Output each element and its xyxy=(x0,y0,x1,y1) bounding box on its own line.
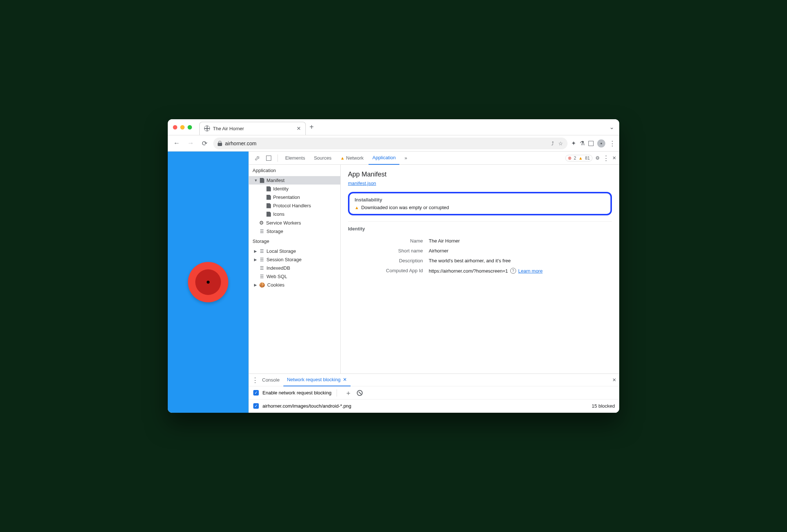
tab-elements[interactable]: Elements xyxy=(282,152,309,165)
manifest-panel: App Manifest manifest.json Installabilit… xyxy=(341,165,619,374)
warning-icon: ▲ xyxy=(579,156,583,161)
sidebar-item-protocol-handlers[interactable]: Protocol Handlers xyxy=(249,201,340,210)
name-label: Name xyxy=(348,238,429,244)
device-toggle-icon[interactable] xyxy=(264,153,274,163)
pattern-enabled-checkbox[interactable]: ✓ xyxy=(253,403,259,409)
tab-close-icon[interactable]: ✕ xyxy=(297,125,301,131)
sidebar-item-indexeddb[interactable]: IndexedDB xyxy=(249,264,340,272)
drawer-tab-network-blocking[interactable]: Network request blocking ✕ xyxy=(283,374,351,386)
window-maximize[interactable] xyxy=(188,125,192,130)
sidebar-item-manifest[interactable]: ▼ Manifest xyxy=(249,176,340,185)
installability-title: Installability xyxy=(355,197,605,203)
tab-network[interactable]: ▲Network xyxy=(337,152,367,165)
settings-icon[interactable]: ⚙ xyxy=(595,155,600,161)
drawer-close-icon[interactable]: ✕ xyxy=(612,377,616,383)
drawer-tabs: ⋮ Console Network request blocking ✕ ✕ xyxy=(249,374,619,386)
manifest-json-link[interactable]: manifest.json xyxy=(348,181,376,186)
file-icon xyxy=(266,195,271,200)
sidebar-section-application: Application xyxy=(249,165,340,176)
browser-menu-icon[interactable]: ⋮ xyxy=(609,139,616,147)
devtools-close-icon[interactable]: ✕ xyxy=(612,155,616,161)
identity-section-header: Identity xyxy=(348,221,612,236)
gear-icon: ⚙ xyxy=(259,220,264,226)
sidebar-item-service-workers[interactable]: ⚙Service Workers xyxy=(249,218,340,227)
address-bar[interactable]: airhorner.com ⤴ ☆ xyxy=(213,138,567,149)
cookie-icon: 🍪 xyxy=(259,282,265,288)
storage-icon xyxy=(259,257,264,262)
installability-message: Downloaded icon was empty or corrupted xyxy=(361,205,449,210)
warning-icon: ▲ xyxy=(340,156,345,161)
lock-icon xyxy=(218,141,222,146)
devtools-body: Application ▼ Manifest Identity Presenta… xyxy=(249,165,619,374)
window-minimize[interactable] xyxy=(180,125,185,130)
titlebar: The Air Horner ✕ + ⌄ xyxy=(168,119,619,135)
description-value: The world's best airhorner, and it's fre… xyxy=(429,258,612,263)
browser-toolbar: ← → ⟳ airhorner.com ⤴ ☆ ✦ ⚗ ⋮ xyxy=(168,135,619,152)
share-icon[interactable]: ⤴ xyxy=(551,141,554,146)
sidebar-item-icons[interactable]: Icons xyxy=(249,210,340,218)
extensions-icon[interactable]: ✦ xyxy=(571,140,576,147)
clear-patterns-icon[interactable] xyxy=(357,390,363,396)
app-id-value: https://airhorner.com/?homescreen=1 xyxy=(429,268,508,274)
star-icon[interactable]: ☆ xyxy=(558,141,563,146)
sidebar-item-storage[interactable]: Storage xyxy=(249,227,340,236)
drawer-tab-console[interactable]: Console xyxy=(258,374,283,386)
blocking-pattern: airhorner.com/images/touch/android-*.png xyxy=(262,403,351,409)
address-bar-icons: ⤴ ☆ xyxy=(551,141,563,146)
issues-badge[interactable]: ⊗2 ▲81 xyxy=(565,155,592,161)
sidebar-item-cookies[interactable]: ▶🍪Cookies xyxy=(249,281,340,289)
enable-blocking-label: Enable network request blocking xyxy=(262,390,331,396)
installability-highlight: Installability ▲ Downloaded icon was emp… xyxy=(348,192,612,215)
warning-icon: ▲ xyxy=(355,205,359,210)
globe-icon xyxy=(204,125,210,131)
help-icon[interactable]: ? xyxy=(510,268,516,274)
name-value: The Air Horner xyxy=(429,238,612,244)
blocking-pattern-row[interactable]: ✓ airhorner.com/images/touch/android-*.p… xyxy=(249,400,619,413)
sidebar-item-identity[interactable]: Identity xyxy=(249,185,340,193)
sidebar-item-presentation[interactable]: Presentation xyxy=(249,193,340,201)
app-id-label: Computed App Id xyxy=(348,268,429,274)
sidebar-item-local-storage[interactable]: ▶Local Storage xyxy=(249,247,340,255)
airhorn-button[interactable] xyxy=(188,262,228,302)
tabs-overflow-icon[interactable]: » xyxy=(401,152,411,165)
tab-title: The Air Horner xyxy=(213,126,294,131)
new-tab-button[interactable]: + xyxy=(309,123,314,131)
labs-icon[interactable]: ⚗ xyxy=(580,140,585,147)
file-icon xyxy=(266,212,271,217)
tab-application[interactable]: Application xyxy=(369,152,399,165)
sidebar-item-web-sql[interactable]: Web SQL xyxy=(249,272,340,281)
close-icon[interactable]: ✕ xyxy=(343,377,347,382)
traffic-lights xyxy=(173,125,192,130)
enable-blocking-row: ✓ Enable network request blocking ＋ xyxy=(249,386,619,400)
inspect-icon[interactable]: ⬀ xyxy=(252,153,262,163)
short-name-value: Airhorner xyxy=(429,248,612,254)
reload-button[interactable]: ⟳ xyxy=(199,138,210,149)
storage-icon xyxy=(259,229,264,234)
back-button[interactable]: ← xyxy=(171,138,182,149)
profile-avatar[interactable] xyxy=(597,139,605,147)
add-pattern-button[interactable]: ＋ xyxy=(345,389,352,397)
devtools-panel: ⬀ Elements Sources ▲Network Application … xyxy=(249,152,619,413)
panel-icon[interactable] xyxy=(588,141,594,146)
tabs-chevron-icon[interactable]: ⌄ xyxy=(609,124,614,131)
sidebar-section-storage: Storage xyxy=(249,236,340,247)
browser-window: The Air Horner ✕ + ⌄ ← → ⟳ airhorner.com… xyxy=(168,119,619,413)
url-text: airhorner.com xyxy=(225,141,257,146)
enable-blocking-checkbox[interactable]: ✓ xyxy=(253,390,259,396)
devtools-menu-icon[interactable]: ⋮ xyxy=(603,154,609,162)
sidebar-item-session-storage[interactable]: ▶Session Storage xyxy=(249,255,340,264)
file-icon xyxy=(260,178,264,183)
devtools-drawer: ⋮ Console Network request blocking ✕ ✕ ✓… xyxy=(249,374,619,413)
drawer-menu-icon[interactable]: ⋮ xyxy=(252,376,258,384)
manifest-title: App Manifest xyxy=(348,171,612,178)
db-icon xyxy=(259,266,264,271)
forward-button[interactable]: → xyxy=(185,138,196,149)
devtools-toolbar: ⬀ Elements Sources ▲Network Application … xyxy=(249,152,619,165)
file-icon xyxy=(266,186,271,192)
browser-tab[interactable]: The Air Horner ✕ xyxy=(199,122,306,135)
tab-sources[interactable]: Sources xyxy=(310,152,335,165)
window-close[interactable] xyxy=(173,125,177,130)
storage-icon xyxy=(259,249,264,254)
learn-more-link[interactable]: Learn more xyxy=(518,268,543,274)
description-label: Description xyxy=(348,258,429,263)
